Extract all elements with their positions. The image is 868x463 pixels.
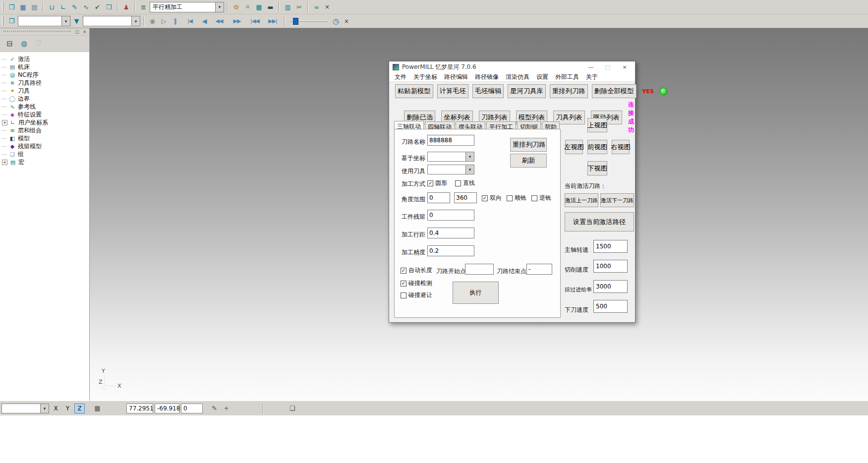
menu-about[interactable]: 关于 bbox=[582, 73, 601, 81]
front-view-button[interactable]: 前视图 bbox=[587, 140, 607, 154]
dropdown-arrow-icon[interactable]: ▾ bbox=[131, 16, 140, 26]
minimize-button[interactable]: — bbox=[584, 62, 598, 71]
top-view-button[interactable]: 上视图 bbox=[587, 118, 607, 132]
line-checkbox[interactable]: ✓ bbox=[455, 180, 461, 186]
jump-end-icon[interactable]: ▶▶| bbox=[264, 16, 281, 26]
sim-tool-combo[interactable]: ▾ bbox=[83, 16, 140, 26]
coord-z-field[interactable]: 0 bbox=[181, 404, 203, 413]
activate-next-toolpath-button[interactable]: 激活下一刀路 bbox=[600, 193, 634, 207]
verify-icon[interactable]: ✔ bbox=[92, 2, 103, 12]
binoculars-icon[interactable]: ∞ bbox=[311, 2, 322, 12]
stepover-field[interactable] bbox=[427, 228, 474, 238]
end-point-field[interactable] bbox=[526, 264, 552, 275]
bidirectional-checkbox-row[interactable]: ✓ 双向 bbox=[482, 194, 502, 202]
dropdown-arrow-icon[interactable]: ▾ bbox=[40, 404, 49, 413]
panel-pin-button[interactable]: ▢ bbox=[74, 29, 80, 35]
menu-external-tools[interactable]: 外部工具 bbox=[552, 73, 582, 81]
menu-settings[interactable]: 设置 bbox=[533, 73, 552, 81]
use-tool-combo[interactable]: ▾ bbox=[427, 165, 474, 174]
left-view-button[interactable]: 左视图 bbox=[565, 140, 583, 154]
cutting-speed-field[interactable] bbox=[593, 260, 628, 273]
menu-path-mirror[interactable]: 路径镜像 bbox=[471, 73, 502, 81]
angle-end-field[interactable] bbox=[454, 192, 477, 203]
collision-avoid-checkbox-row[interactable]: ✓ 碰撞避让 bbox=[401, 291, 432, 299]
globe-icon[interactable]: ◍ bbox=[19, 39, 29, 49]
maximize-button[interactable]: ▢ bbox=[601, 62, 615, 71]
curve-icon[interactable]: ∿ bbox=[81, 2, 91, 12]
close-button[interactable]: × bbox=[618, 62, 632, 71]
climb-checkbox[interactable]: ✓ bbox=[507, 195, 513, 201]
tree-item-groups[interactable]: ❏组 bbox=[2, 150, 89, 158]
set-active-path-button[interactable]: 设置当前激活路径 bbox=[565, 212, 634, 232]
tree-item-tools[interactable]: ✦刀具 bbox=[2, 87, 89, 95]
base-coord-combo[interactable]: ▾ bbox=[427, 152, 474, 162]
blocks-icon[interactable]: ❒ bbox=[104, 2, 114, 12]
compute-block-button[interactable]: 计算毛坯 bbox=[437, 84, 468, 98]
tree-item-toolpaths[interactable]: ≋刀具路径 bbox=[2, 79, 89, 87]
window-icon[interactable]: ❏ bbox=[287, 403, 297, 413]
dropdown-arrow-icon[interactable]: ▾ bbox=[465, 165, 474, 174]
grid-icon[interactable]: ▦ bbox=[254, 2, 264, 12]
clock-icon[interactable]: ◷ bbox=[331, 16, 341, 26]
origin-icon[interactable]: + bbox=[221, 403, 231, 413]
tool-library-button[interactable]: 星河刀具库 bbox=[508, 84, 546, 98]
sim-speed-slider[interactable] bbox=[290, 16, 328, 26]
line-checkbox-row[interactable]: ✓ 直线 bbox=[455, 179, 475, 187]
paste-new-model-button[interactable]: 粘贴新模型 bbox=[395, 84, 433, 98]
tree-item-levels-and-sets[interactable]: ≡层和组合 bbox=[2, 126, 89, 134]
angle-start-field[interactable] bbox=[427, 192, 450, 203]
block-edit-button[interactable]: 毛坯编辑 bbox=[472, 84, 504, 98]
toolbar-close-button[interactable]: × bbox=[323, 2, 332, 12]
conventional-checkbox-row[interactable]: ✓ 逆铣 bbox=[531, 194, 551, 202]
menu-coordinates[interactable]: 关于坐标 bbox=[410, 73, 441, 81]
magnet-icon[interactable]: ⊔ bbox=[47, 2, 57, 12]
stats-icon[interactable]: ▥ bbox=[283, 2, 293, 12]
collision-check-checkbox[interactable]: ✓ bbox=[401, 281, 406, 287]
favorites-icon[interactable]: ♡ bbox=[33, 39, 44, 49]
conventional-checkbox[interactable]: ✓ bbox=[531, 195, 537, 201]
rewind-icon[interactable]: ◀◀ bbox=[211, 16, 228, 26]
dropdown-arrow-icon[interactable]: ▾ bbox=[465, 152, 474, 161]
jump-start-icon[interactable]: |◀ bbox=[181, 16, 198, 26]
tree-item-patterns[interactable]: ∿参考线 bbox=[2, 103, 89, 111]
auto-length-checkbox[interactable]: ✓ bbox=[401, 268, 406, 274]
annotate-icon[interactable]: ✎ bbox=[69, 2, 80, 12]
slider-handle[interactable] bbox=[293, 18, 298, 25]
right-view-button[interactable]: 右视图 bbox=[612, 140, 630, 154]
toolbar-grip[interactable] bbox=[2, 2, 3, 12]
play-icon[interactable]: ▷ bbox=[159, 16, 169, 26]
circle-checkbox-row[interactable]: ✓ 圆形 bbox=[427, 179, 447, 187]
tree-item-stock-models[interactable]: ◆残留模型 bbox=[2, 142, 89, 150]
stock-allowance-field[interactable] bbox=[427, 210, 474, 221]
bottom-view-button[interactable]: 下视图 bbox=[587, 161, 607, 175]
menu-path-edit[interactable]: 路径编辑 bbox=[441, 73, 471, 81]
activate-prev-toolpath-button[interactable]: 激活上一刀路 bbox=[565, 193, 598, 207]
y-axis-button[interactable]: Y bbox=[62, 404, 73, 413]
panel-grip[interactable] bbox=[3, 31, 71, 33]
graph-icon[interactable]: ⌗ bbox=[242, 2, 253, 12]
filter-icon[interactable]: ▼ bbox=[71, 16, 82, 26]
tree-item-models[interactable]: ◧模型 bbox=[2, 134, 89, 142]
layers-icon[interactable]: ❐ bbox=[6, 16, 17, 26]
dropdown-arrow-icon[interactable]: ▾ bbox=[215, 2, 224, 12]
start-point-field[interactable] bbox=[465, 264, 494, 275]
grid-icon[interactable]: ▦ bbox=[92, 403, 103, 413]
calculator-icon[interactable]: ▬ bbox=[265, 2, 276, 12]
spindle-speed-field[interactable] bbox=[593, 240, 628, 253]
coord-y-field[interactable]: -69.918 bbox=[155, 404, 179, 413]
bulb-icon[interactable]: ◉ bbox=[147, 16, 158, 26]
user-icon[interactable]: ♟ bbox=[121, 2, 131, 12]
climb-checkbox-row[interactable]: ✓ 顺铣 bbox=[507, 194, 526, 202]
tools-icon[interactable]: ⚙ bbox=[231, 2, 241, 12]
tree-item-activate[interactable]: ✓激活 bbox=[2, 55, 89, 63]
edit-list-icon[interactable]: ✎ bbox=[209, 403, 220, 413]
circle-checkbox[interactable]: ✓ bbox=[427, 180, 433, 186]
x-axis-button[interactable]: X bbox=[51, 404, 61, 413]
auto-length-checkbox-row[interactable]: ✓ 自动长度 bbox=[401, 266, 432, 275]
fast-forward-icon[interactable]: ▶▶ bbox=[229, 16, 245, 26]
sim-toolbar-close-button[interactable]: × bbox=[342, 16, 351, 26]
execute-button[interactable]: 执行 bbox=[453, 282, 499, 304]
skim-feed-field[interactable] bbox=[593, 280, 628, 293]
measure-icon[interactable]: ∟ bbox=[58, 2, 68, 12]
jump-back-icon[interactable]: |◀◀ bbox=[246, 16, 263, 26]
